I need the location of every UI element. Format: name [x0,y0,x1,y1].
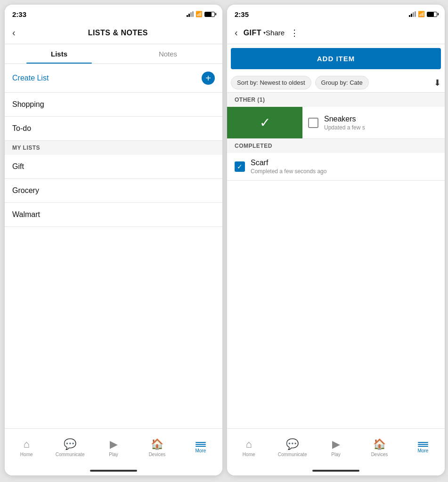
nav-more-left[interactable]: More [179,438,222,457]
home-indicator-left [5,466,222,475]
signal-bar-2 [188,14,190,17]
signal-icon [187,11,194,17]
right-phone-screen: 2:35 📶 ‹ GIFT ▾ Sha [227,5,445,475]
bottom-nav-right: ⌂ Home 💬 Communicate ▶ Play 🏠 Devices [227,428,445,466]
more-line-r1 [418,442,428,443]
status-time-right: 2:35 [235,10,249,18]
page-title-right: GIFT [244,29,261,37]
my-lists-header: MY LISTS [5,141,222,155]
scarf-item-row[interactable]: ✓ Scarf Completed a few seconds ago [227,153,445,181]
more-line-2 [195,444,206,445]
filter-bar: Sort by: Newest to oldest Group by: Cate… [227,73,445,93]
page-title-left: LISTS & NOTES [21,29,215,37]
nav-more-label-left: More [195,448,206,453]
signal-bar-4 [192,11,194,17]
play-icon-left: ▶ [110,438,118,450]
header-title-area: GIFT ▾ [244,29,266,37]
other-section-header: OTHER (1) [227,93,445,107]
nav-home-right[interactable]: ⌂ Home [227,434,270,461]
left-phone-screen: 2:33 📶 ‹ LISTS & NOTES Lists N [5,5,222,475]
more-icon-left [195,442,206,447]
scarf-checkbox[interactable]: ✓ [235,161,245,172]
devices-icon-right: 🏠 [373,438,386,450]
swipe-check-icon: ✓ [260,115,270,130]
nav-devices-right[interactable]: 🏠 Devices [358,434,401,461]
nav-play-right[interactable]: ▶ Play [314,434,358,461]
nav-communicate-label-right: Communicate [278,452,307,457]
nav-play-label-right: Play [331,452,340,457]
nav-more-label-right: More [417,448,428,453]
back-button-right[interactable]: ‹ [235,27,238,38]
tab-lists[interactable]: Lists [5,44,114,64]
content-area-left: Create List + Shopping To-do MY LISTS Gi… [5,64,222,428]
bottom-nav-left: ⌂ Home 💬 Communicate ▶ Play 🏠 Devices [5,428,222,466]
sort-direction-icon[interactable]: ⬇ [434,78,441,88]
more-line-1 [195,442,206,443]
list-item-gift[interactable]: Gift [5,155,222,179]
tabs-bar-left: Lists Notes [5,44,222,64]
home-indicator-bar-right [312,470,359,472]
sneakers-info: Sneakers Updated a few s [324,115,439,131]
nav-play-label-left: Play [109,452,118,457]
header-right-area: Share ⋮ [266,28,299,38]
sneakers-item-row[interactable]: ✓ Sneakers Updated a few s [227,107,445,139]
nav-communicate-left[interactable]: 💬 Communicate [48,434,91,461]
nav-home-label-right: Home [243,452,255,457]
status-icons-right: 📶 [409,11,437,17]
devices-icon-left: 🏠 [151,438,163,450]
nav-more-right[interactable]: More [401,438,445,457]
scarf-info: Scarf Completed a few seconds ago [251,159,437,175]
back-button-left[interactable]: ‹ [12,27,16,38]
battery-fill-right [427,12,434,16]
nav-play-left[interactable]: ▶ Play [92,434,135,461]
sort-filter-chip[interactable]: Sort by: Newest to oldest [231,76,311,89]
swipe-complete-action: ✓ [227,107,302,138]
list-item-shopping[interactable]: Shopping [5,93,222,117]
signal-bar-1 [187,15,188,17]
app-header-right: ‹ GIFT ▾ Share ⋮ [227,22,445,44]
completed-section-header: COMPLETED [227,139,445,153]
create-list-row[interactable]: Create List + [5,64,222,93]
battery-fill [205,12,212,16]
nav-communicate-right[interactable]: 💬 Communicate [270,434,314,461]
more-icon-right [418,442,428,447]
sneakers-subtitle: Updated a few s [324,124,439,131]
communicate-icon-left: 💬 [64,438,76,450]
list-item-todo[interactable]: To-do [5,117,222,141]
sneakers-name: Sneakers [324,115,439,123]
create-list-text: Create List [12,74,49,82]
more-line-3 [195,446,206,447]
signal-bar-r1 [409,15,410,17]
nav-communicate-label-left: Communicate [56,452,85,457]
list-item-grocery[interactable]: Grocery [5,179,222,203]
add-item-button[interactable]: ADD ITEM [231,48,441,69]
group-filter-chip[interactable]: Group by: Cate [315,76,369,89]
nav-devices-label-right: Devices [371,452,388,457]
status-bar-left: 2:33 📶 [5,5,222,22]
battery-icon-right [427,12,437,17]
nav-home-left[interactable]: ⌂ Home [5,434,48,461]
scarf-subtitle: Completed a few seconds ago [251,168,437,175]
create-list-button[interactable]: + [202,72,215,85]
nav-devices-left[interactable]: 🏠 Devices [135,434,179,461]
more-line-r2 [418,444,428,445]
more-options-button[interactable]: ⋮ [290,28,299,38]
signal-bar-3 [190,12,192,17]
share-button[interactable]: Share [266,29,285,37]
more-line-r3 [418,446,428,447]
play-icon-right: ▶ [332,438,340,450]
signal-bar-r3 [413,12,414,17]
status-icons-left: 📶 [187,11,215,17]
signal-bar-r2 [411,14,412,17]
home-indicator-bar-left [90,470,137,472]
wifi-icon-right: 📶 [418,11,425,17]
home-icon-left: ⌂ [24,438,30,450]
sneakers-item-content: Sneakers Updated a few s [302,107,445,138]
nav-devices-label-left: Devices [149,452,166,457]
list-item-walmart[interactable]: Walmart [5,203,222,227]
signal-bar-r4 [415,11,416,17]
nav-home-label-left: Home [20,452,33,457]
sneakers-checkbox[interactable] [308,118,318,128]
scarf-name: Scarf [251,159,437,167]
tab-notes[interactable]: Notes [114,44,222,64]
